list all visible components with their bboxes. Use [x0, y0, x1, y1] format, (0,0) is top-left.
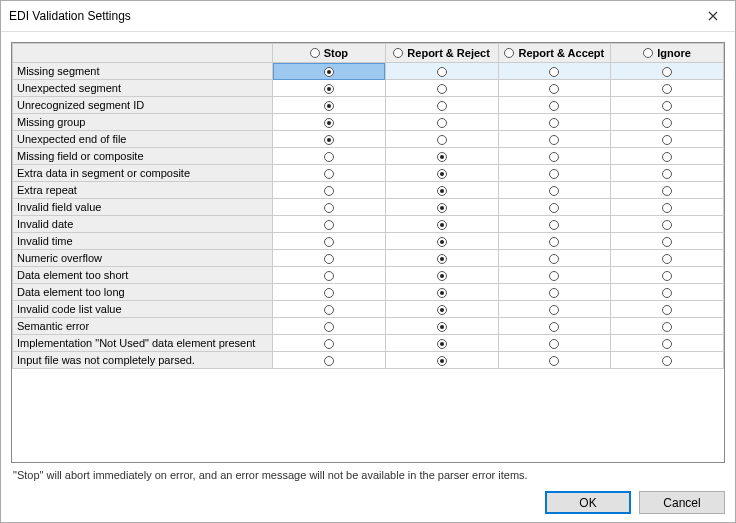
radio-icon [437, 339, 447, 349]
radio-cell-ignore[interactable] [611, 250, 724, 267]
radio-cell-ignore[interactable] [611, 216, 724, 233]
radio-cell-report_reject[interactable] [385, 165, 498, 182]
radio-cell-report_accept[interactable] [498, 318, 611, 335]
close-button[interactable] [690, 1, 735, 31]
column-header-stop[interactable]: Stop [273, 44, 386, 63]
close-icon [708, 8, 718, 24]
radio-cell-ignore[interactable] [611, 284, 724, 301]
radio-cell-report_reject[interactable] [385, 199, 498, 216]
radio-cell-stop[interactable] [273, 165, 386, 182]
radio-cell-report_accept[interactable] [498, 63, 611, 80]
radio-cell-report_accept[interactable] [498, 131, 611, 148]
radio-icon [324, 237, 334, 247]
radio-cell-report_reject[interactable] [385, 318, 498, 335]
radio-cell-report_reject[interactable] [385, 250, 498, 267]
column-header-label: Report & Accept [518, 45, 604, 61]
radio-cell-report_accept[interactable] [498, 335, 611, 352]
radio-cell-ignore[interactable] [611, 182, 724, 199]
radio-cell-report_reject[interactable] [385, 301, 498, 318]
radio-cell-stop[interactable] [273, 148, 386, 165]
radio-cell-report_accept[interactable] [498, 80, 611, 97]
radio-cell-ignore[interactable] [611, 63, 724, 80]
radio-cell-report_accept[interactable] [498, 301, 611, 318]
radio-cell-report_accept[interactable] [498, 267, 611, 284]
column-header-blank [13, 44, 273, 63]
radio-cell-ignore[interactable] [611, 165, 724, 182]
ok-button[interactable]: OK [545, 491, 631, 514]
radio-cell-report_accept[interactable] [498, 352, 611, 369]
column-header-ignore[interactable]: Ignore [611, 44, 724, 63]
radio-cell-ignore[interactable] [611, 131, 724, 148]
cancel-button[interactable]: Cancel [639, 491, 725, 514]
radio-cell-ignore[interactable] [611, 335, 724, 352]
radio-icon [662, 322, 672, 332]
radio-cell-stop[interactable] [273, 131, 386, 148]
radio-cell-ignore[interactable] [611, 148, 724, 165]
radio-cell-stop[interactable] [273, 233, 386, 250]
radio-icon [662, 67, 672, 77]
radio-icon [324, 135, 334, 145]
radio-icon [437, 101, 447, 111]
radio-icon [437, 322, 447, 332]
radio-cell-stop[interactable] [273, 352, 386, 369]
column-header-report_accept[interactable]: Report & Accept [498, 44, 611, 63]
radio-cell-report_reject[interactable] [385, 63, 498, 80]
radio-icon [549, 101, 559, 111]
radio-icon [437, 220, 447, 230]
radio-cell-stop[interactable] [273, 250, 386, 267]
radio-cell-report_accept[interactable] [498, 97, 611, 114]
radio-icon [549, 356, 559, 366]
radio-cell-ignore[interactable] [611, 318, 724, 335]
radio-cell-report_reject[interactable] [385, 233, 498, 250]
radio-cell-stop[interactable] [273, 267, 386, 284]
radio-cell-stop[interactable] [273, 318, 386, 335]
radio-cell-stop[interactable] [273, 335, 386, 352]
radio-cell-ignore[interactable] [611, 199, 724, 216]
table-row: Numeric overflow [13, 250, 724, 267]
radio-cell-report_reject[interactable] [385, 267, 498, 284]
dialog-window: EDI Validation Settings StopReport & Rej… [0, 0, 736, 523]
radio-icon [437, 118, 447, 128]
radio-cell-report_reject[interactable] [385, 216, 498, 233]
radio-cell-report_accept[interactable] [498, 182, 611, 199]
radio-cell-ignore[interactable] [611, 80, 724, 97]
radio-cell-report_accept[interactable] [498, 165, 611, 182]
radio-cell-report_reject[interactable] [385, 97, 498, 114]
radio-cell-stop[interactable] [273, 97, 386, 114]
radio-icon [549, 118, 559, 128]
radio-cell-stop[interactable] [273, 114, 386, 131]
column-header-report_reject[interactable]: Report & Reject [385, 44, 498, 63]
radio-cell-ignore[interactable] [611, 97, 724, 114]
radio-cell-report_reject[interactable] [385, 80, 498, 97]
radio-icon [324, 305, 334, 315]
radio-cell-report_reject[interactable] [385, 148, 498, 165]
radio-cell-report_reject[interactable] [385, 335, 498, 352]
radio-cell-report_accept[interactable] [498, 250, 611, 267]
radio-cell-report_reject[interactable] [385, 352, 498, 369]
radio-cell-stop[interactable] [273, 301, 386, 318]
radio-cell-ignore[interactable] [611, 267, 724, 284]
radio-cell-stop[interactable] [273, 216, 386, 233]
radio-cell-ignore[interactable] [611, 233, 724, 250]
radio-cell-report_reject[interactable] [385, 114, 498, 131]
radio-cell-report_accept[interactable] [498, 114, 611, 131]
radio-cell-report_accept[interactable] [498, 148, 611, 165]
radio-cell-report_accept[interactable] [498, 199, 611, 216]
radio-cell-ignore[interactable] [611, 301, 724, 318]
radio-cell-report_accept[interactable] [498, 284, 611, 301]
column-header-radio-icon [643, 48, 653, 58]
radio-cell-stop[interactable] [273, 182, 386, 199]
radio-cell-ignore[interactable] [611, 114, 724, 131]
radio-cell-report_reject[interactable] [385, 284, 498, 301]
radio-cell-ignore[interactable] [611, 352, 724, 369]
radio-cell-report_accept[interactable] [498, 233, 611, 250]
row-label: Invalid date [13, 216, 273, 233]
radio-cell-report_accept[interactable] [498, 216, 611, 233]
radio-cell-report_reject[interactable] [385, 182, 498, 199]
radio-cell-stop[interactable] [273, 284, 386, 301]
radio-cell-stop[interactable] [273, 63, 386, 80]
column-header-radio-icon [393, 48, 403, 58]
radio-cell-stop[interactable] [273, 199, 386, 216]
radio-cell-stop[interactable] [273, 80, 386, 97]
radio-cell-report_reject[interactable] [385, 131, 498, 148]
